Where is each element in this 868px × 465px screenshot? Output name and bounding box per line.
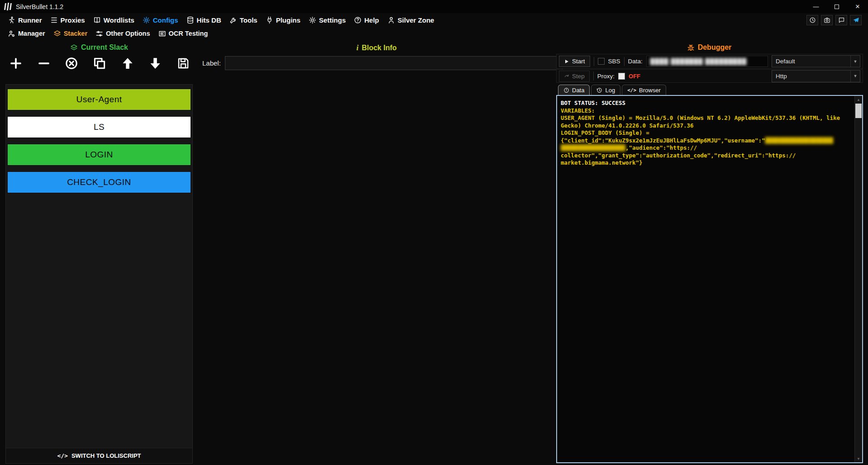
database-icon	[186, 16, 194, 24]
ocr-icon	[158, 30, 166, 38]
sbs-label: SBS	[608, 58, 620, 65]
redacted-text: ████████████████████	[765, 137, 834, 144]
sub-menu: Manager Stacker Other Options OCR Testin…	[0, 27, 868, 40]
chat-button[interactable]	[835, 15, 847, 25]
bug-icon	[687, 44, 695, 52]
console-line: market.bigmama.network"}	[561, 159, 853, 167]
help-icon	[354, 16, 362, 24]
log-history-icon	[596, 87, 602, 93]
add-block-button[interactable]	[7, 55, 24, 72]
submenu-item-stacker[interactable]: Stacker	[49, 27, 91, 40]
clear-blocks-button[interactable]	[63, 55, 80, 72]
stack-block[interactable]: CHECK_LOGIN	[7, 171, 191, 193]
title-bar: SilverBullet 1.1.2 — ✕	[0, 0, 868, 13]
save-icon	[176, 57, 190, 70]
telegram-button[interactable]	[850, 15, 862, 25]
menu-item-hits-db[interactable]: Hits DB	[182, 13, 225, 27]
menu-item-tools[interactable]: Tools	[225, 13, 262, 27]
browser-code-icon: </>	[627, 87, 636, 93]
stack-panel: User-AgentLSLOGINCHECK_LOGIN </> SWITCH …	[5, 84, 193, 464]
menu-item-wordlists[interactable]: Wordlists	[89, 13, 138, 27]
console-line: {"client_id":"KukuZ9sx2e1mJzEuJBHlLaFsDw…	[561, 137, 853, 145]
plus-icon	[9, 57, 23, 70]
submenu-item-ocr-testing[interactable]: OCR Testing	[154, 27, 212, 40]
proxy-type-select[interactable]: Http ▼	[772, 70, 860, 82]
tab-data[interactable]: Data	[558, 85, 590, 95]
main-menu: Runner Proxies Wordlists Configs Hits DB…	[0, 13, 868, 27]
gear-icon	[143, 16, 150, 24]
app-window: SilverBullet 1.1.2 — ✕ Runner Proxies Wo…	[0, 0, 868, 465]
redacted-text: ███████████████████	[561, 144, 625, 151]
proxy-list-icon	[50, 16, 58, 24]
scrollbar-thumb[interactable]	[855, 104, 862, 118]
copy-icon	[93, 57, 106, 70]
submenu-item-other-options[interactable]: Other Options	[91, 27, 154, 40]
console-scrollbar[interactable]: ▲ ▼	[854, 96, 862, 462]
debugger-header: Debugger	[556, 43, 862, 52]
save-config-button[interactable]	[175, 55, 192, 72]
x-circle-icon	[65, 57, 78, 70]
label-input[interactable]	[225, 56, 563, 70]
info-icon: i	[356, 43, 358, 52]
remove-block-button[interactable]	[35, 55, 52, 72]
console-line: LOGIN_POST_BODY (Single) =	[561, 129, 853, 137]
minimize-button[interactable]: —	[806, 0, 826, 13]
arrow-down-icon	[148, 57, 162, 70]
proxy-checkbox[interactable]	[618, 73, 625, 80]
clone-block-button[interactable]	[91, 55, 108, 72]
start-button[interactable]: Start	[559, 56, 590, 67]
minus-icon	[37, 57, 51, 70]
debugger-tabs: Data Log </> Browser	[558, 85, 666, 95]
chevron-down-icon: ▼	[850, 56, 860, 67]
maximize-button[interactable]	[826, 0, 847, 13]
data-mode-select[interactable]: Default ▼	[772, 55, 860, 67]
move-down-button[interactable]	[147, 55, 164, 72]
redacted-data-value: ████ ███████ █████████	[650, 58, 747, 65]
screenshot-button[interactable]	[821, 15, 833, 25]
debugger-row-2: Step Proxy: OFF Http ▼	[556, 69, 863, 83]
history-button[interactable]	[806, 15, 818, 25]
tab-log[interactable]: Log	[591, 85, 620, 95]
debug-data-input[interactable]: ████ ███████ █████████	[646, 56, 768, 67]
menu-item-help[interactable]: Help	[350, 13, 383, 27]
stack-block[interactable]: LOGIN	[7, 144, 191, 166]
menu-item-proxies[interactable]: Proxies	[46, 13, 89, 27]
proxy-status-badge: OFF	[629, 73, 640, 80]
app-logo-icon	[5, 3, 11, 10]
scroll-up-icon[interactable]: ▲	[855, 96, 862, 103]
tab-browser[interactable]: </> Browser	[622, 85, 666, 95]
clock-icon	[563, 87, 569, 93]
console-line: collector","grant_type":"authorization_c…	[561, 152, 853, 160]
console-line: ███████████████████,"audience":"https://	[561, 144, 853, 152]
menu-item-configs[interactable]: Configs	[138, 13, 182, 27]
code-icon: </>	[57, 452, 67, 459]
separator	[624, 57, 625, 66]
debug-console: BOT STATUS: SUCCESSVARIABLES:USER_AGENT …	[557, 96, 854, 462]
step-button[interactable]: Step	[559, 71, 590, 82]
block-stack: User-AgentLSLOGINCHECK_LOGIN	[6, 85, 192, 193]
maximize-icon	[835, 5, 839, 9]
menu-item-silver-zone[interactable]: Silver Zone	[383, 13, 439, 27]
scroll-down-icon[interactable]: ▼	[855, 455, 862, 462]
console-line: Gecko) Chrome/41.0.2226.0 Safari/537.36	[561, 122, 853, 130]
debugger-row-1: Start SBS Data: ████ ███████ █████████ D…	[556, 54, 863, 69]
stack-block[interactable]: User-Agent	[7, 89, 191, 110]
menu-item-settings[interactable]: Settings	[305, 13, 350, 27]
menu-item-runner[interactable]: Runner	[4, 13, 46, 27]
stack-block[interactable]: LS	[7, 116, 191, 138]
console-line: BOT STATUS: SUCCESS	[561, 100, 853, 107]
menu-item-plugins[interactable]: Plugins	[262, 13, 305, 27]
stack-layers-icon	[70, 44, 78, 52]
console-line: VARIABLES:	[561, 107, 853, 115]
switch-to-loliscript-button[interactable]: </> SWITCH TO LOLISCRIPT	[6, 448, 192, 463]
label-caption: Label:	[202, 59, 221, 67]
arrow-up-icon	[121, 57, 134, 70]
manager-icon	[8, 30, 15, 38]
sbs-checkbox[interactable]	[598, 58, 605, 65]
close-button[interactable]: ✕	[847, 0, 868, 13]
submenu-item-manager[interactable]: Manager	[4, 27, 49, 40]
sliders-icon	[95, 30, 103, 38]
move-up-button[interactable]	[119, 55, 136, 72]
stack-toolbar	[7, 53, 192, 73]
chat-icon	[838, 17, 845, 24]
